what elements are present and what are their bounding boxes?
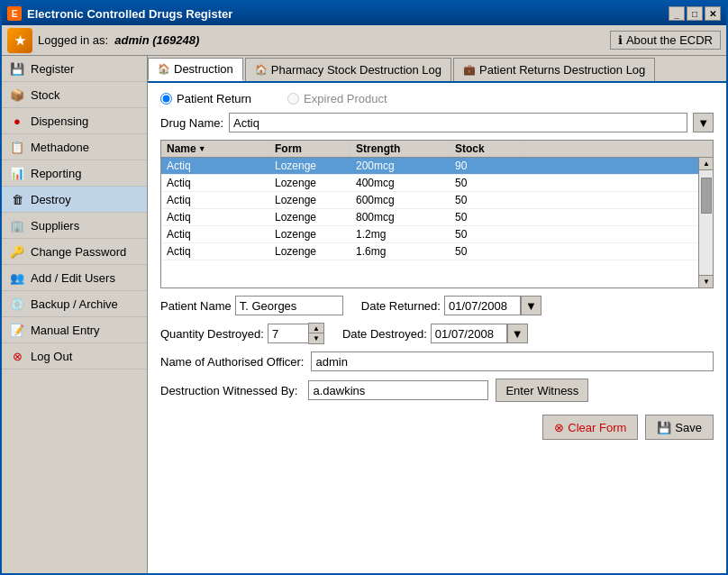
radio-patient-return-input[interactable] <box>160 93 172 105</box>
window-controls[interactable]: _ □ ✕ <box>669 6 721 21</box>
sort-icon-name: ▼ <box>198 144 206 153</box>
sidebar-item-suppliers[interactable]: 🏢 Suppliers <box>2 213 147 239</box>
quantity-spin-down[interactable]: ▼ <box>309 333 323 343</box>
sidebar-item-change-password[interactable]: 🔑 Change Password <box>2 239 147 265</box>
quantity-spin-up[interactable]: ▲ <box>309 324 323 333</box>
maximize-button[interactable]: □ <box>687 6 703 21</box>
authorised-officer-field: Name of Authorised Officer: <box>160 351 714 371</box>
sidebar-item-manual-entry[interactable]: 📝 Manual Entry <box>2 317 147 343</box>
th-form: Form <box>269 141 350 157</box>
tab-destruction[interactable]: 🏠 Destruction <box>148 58 243 81</box>
tab-destruction-label: Destruction <box>174 62 233 76</box>
table-row[interactable]: Actiq Lozenge 800mcg 50 <box>161 209 698 226</box>
dispensing-icon: ● <box>9 113 25 129</box>
witnessed-by-row: Destruction Witnessed By: Enter Witness <box>160 379 714 402</box>
radio-expired-product[interactable]: Expired Product <box>287 92 387 105</box>
patient-name-input[interactable] <box>235 296 343 315</box>
td-name: Actiq <box>161 158 269 175</box>
content-area: 🏠 Destruction 🏠 Pharmacy Stock Destructi… <box>148 56 726 573</box>
scroll-up-button[interactable]: ▲ <box>699 158 713 170</box>
sidebar-item-backup-archive[interactable]: 💿 Backup / Archive <box>2 291 147 317</box>
about-label: About the ECDR <box>626 33 713 47</box>
radio-patient-return[interactable]: Patient Return <box>160 92 251 105</box>
about-button[interactable]: ℹ About the ECDR <box>610 31 721 50</box>
tab-bar: 🏠 Destruction 🏠 Pharmacy Stock Destructi… <box>148 56 726 83</box>
window-title: Electronic Controlled Drugs Register <box>27 7 232 21</box>
clear-form-button[interactable]: ⊗ Clear Form <box>542 415 638 440</box>
table-body[interactable]: Actiq Lozenge 200mcg 90 Actiq Lozenge 4 <box>161 158 698 288</box>
witnessed-by-input[interactable] <box>308 380 488 400</box>
app-logo: ★ <box>7 28 32 53</box>
destruction-tab-icon: 🏠 <box>158 63 170 75</box>
table-row[interactable]: Actiq Lozenge 400mcg 50 <box>161 175 698 192</box>
td-stock: 50 <box>450 226 522 243</box>
date-returned-input[interactable] <box>444 296 521 315</box>
td-stock: 90 <box>450 158 522 175</box>
td-spacer <box>522 192 698 209</box>
close-button[interactable]: ✕ <box>705 6 721 21</box>
enter-witness-label: Enter Witness <box>505 384 578 397</box>
sidebar-label-dispensing: Dispensing <box>31 114 88 128</box>
table-header: Name ▼ Form Strength Stock <box>161 141 713 158</box>
save-icon: 💾 <box>657 421 671 434</box>
sidebar-label-methadone: Methadone <box>31 141 89 154</box>
quantity-spinners[interactable]: ▲ ▼ <box>308 323 324 344</box>
sidebar-item-stock[interactable]: 📦 Stock <box>2 82 147 108</box>
quantity-destroyed-label: Quantity Destroyed: <box>160 327 264 341</box>
date-destroyed-dropdown-button[interactable]: ▼ <box>507 324 528 343</box>
scroll-down-button[interactable]: ▼ <box>699 275 713 288</box>
date-returned-field: Date Returned: ▼ <box>361 296 541 315</box>
radio-expired-product-input[interactable] <box>287 93 299 105</box>
date-returned-label: Date Returned: <box>361 299 441 313</box>
scroll-track <box>699 170 713 275</box>
sidebar-item-methadone[interactable]: 📋 Methadone <box>2 134 147 160</box>
table-row[interactable]: Actiq Lozenge 1.6mg 50 <box>161 243 698 260</box>
tab-patient-returns[interactable]: 💼 Patient Returns Destruction Log <box>453 58 655 81</box>
td-spacer <box>522 243 698 260</box>
toolbar-user: Logged in as: admin (169248) <box>38 33 199 47</box>
save-button[interactable]: 💾 Save <box>645 415 714 440</box>
reporting-icon: 📊 <box>9 165 25 181</box>
td-strength: 800mcg <box>350 209 450 226</box>
sidebar-item-reporting[interactable]: 📊 Reporting <box>2 160 147 187</box>
radio-row: Patient Return Expired Product <box>160 92 714 105</box>
sidebar-item-dispensing[interactable]: ● Dispensing <box>2 108 147 134</box>
table-row[interactable]: Actiq Lozenge 200mcg 90 <box>161 158 698 175</box>
td-spacer <box>522 175 698 192</box>
td-form: Lozenge <box>269 158 350 175</box>
logged-in-label: Logged in as: <box>38 33 108 47</box>
drug-name-input[interactable] <box>229 113 687 132</box>
scroll-thumb[interactable] <box>701 178 712 214</box>
enter-witness-button[interactable]: Enter Witness <box>496 379 588 402</box>
table-body-wrapper: Actiq Lozenge 200mcg 90 Actiq Lozenge 4 <box>161 158 713 288</box>
quantity-destroyed-field: Quantity Destroyed: ▲ ▼ <box>160 323 324 344</box>
clear-form-label: Clear Form <box>568 421 626 434</box>
sidebar-label-manual-entry: Manual Entry <box>31 324 100 337</box>
authorised-officer-input[interactable] <box>311 351 714 371</box>
table-row[interactable]: Actiq Lozenge 600mcg 50 <box>161 192 698 209</box>
table-row[interactable]: Actiq Lozenge 1.2mg 50 <box>161 226 698 243</box>
minimize-button[interactable]: _ <box>669 6 685 21</box>
pharmacy-stock-tab-icon: 🏠 <box>255 64 268 76</box>
change-password-icon: 🔑 <box>9 243 25 260</box>
quantity-spinner: ▲ ▼ <box>268 323 324 344</box>
sidebar-item-add-edit-users[interactable]: 👥 Add / Edit Users <box>2 265 147 291</box>
main-window: E Electronic Controlled Drugs Register _… <box>0 0 728 575</box>
drug-name-row: Drug Name: ▼ <box>160 113 714 132</box>
th-name: Name ▼ <box>161 141 269 157</box>
td-strength: 600mcg <box>350 192 450 209</box>
backup-icon: 💿 <box>9 296 25 312</box>
date-returned-dropdown-button[interactable]: ▼ <box>521 296 541 315</box>
add-edit-users-icon: 👥 <box>9 269 25 286</box>
save-label: Save <box>675 421 702 434</box>
scrollbar[interactable]: ▲ ▼ <box>698 158 713 288</box>
td-stock: 50 <box>450 209 522 226</box>
sidebar-item-destroy[interactable]: 🗑 Destroy <box>2 187 147 213</box>
td-name: Actiq <box>161 209 269 226</box>
quantity-input[interactable] <box>268 324 308 343</box>
tab-pharmacy-stock[interactable]: 🏠 Pharmacy Stock Destruction Log <box>245 58 451 81</box>
sidebar-item-register[interactable]: 💾 Register <box>2 56 147 82</box>
date-destroyed-input[interactable] <box>431 324 507 343</box>
drug-name-dropdown-button[interactable]: ▼ <box>693 113 714 132</box>
sidebar-item-log-out[interactable]: ⊗ Log Out <box>2 343 147 370</box>
